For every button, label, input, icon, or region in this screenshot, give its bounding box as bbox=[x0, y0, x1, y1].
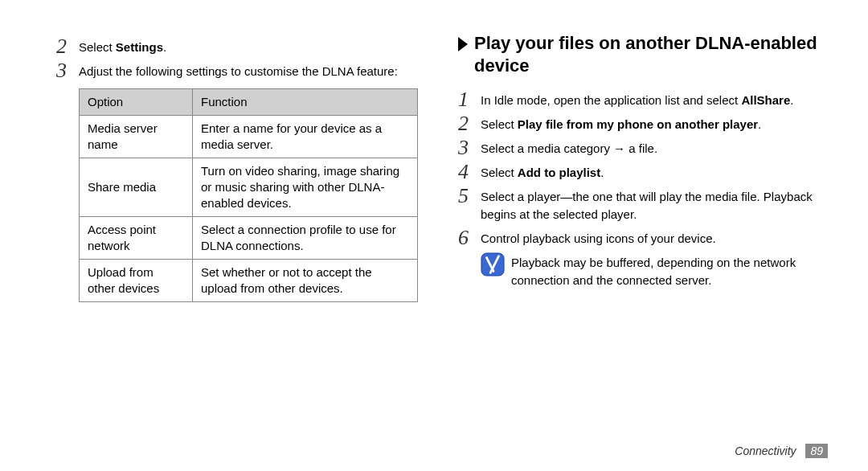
step-number: 2 bbox=[56, 37, 79, 56]
function-cell: Set whether or not to accept the upload … bbox=[193, 260, 418, 302]
option-cell: Upload from other devices bbox=[80, 260, 193, 302]
title-text: Play your files on another DLNA-enabled … bbox=[474, 32, 820, 77]
table-row: Share media Turn on video sharing, image… bbox=[80, 158, 418, 217]
section-title: Play your files on another DLNA-enabled … bbox=[458, 32, 820, 77]
step-text: Control playback using icons of your dev… bbox=[481, 228, 716, 248]
step-4r: 4 Select Add to playlist. bbox=[458, 162, 820, 182]
chevron-right-icon bbox=[458, 37, 468, 51]
function-cell: Select a connection profile to use for D… bbox=[193, 217, 418, 260]
note-text: Playback may be buffered, depending on t… bbox=[511, 252, 820, 289]
step-text: Select Play file from my phone on anothe… bbox=[481, 114, 761, 133]
page: 2 Select Settings. 3 Adjust the followin… bbox=[0, 0, 868, 471]
step-number: 3 bbox=[458, 138, 481, 158]
step-text: Select a player—the one that will play t… bbox=[481, 186, 820, 223]
step-number: 3 bbox=[56, 61, 79, 80]
step-6r: 6 Control playback using icons of your d… bbox=[458, 228, 820, 248]
step-number: 2 bbox=[458, 114, 481, 133]
table-row: Media server name Enter a name for your … bbox=[80, 116, 418, 158]
left-column: 2 Select Settings. 3 Adjust the followin… bbox=[48, 32, 442, 455]
note-icon bbox=[481, 252, 505, 276]
step-3: 3 Adjust the following settings to custo… bbox=[56, 61, 418, 80]
step-text: Select a media category → a file. bbox=[481, 138, 657, 158]
option-cell: Share media bbox=[80, 158, 193, 217]
step-text: Select Settings. bbox=[79, 37, 166, 56]
function-cell: Turn on video sharing, image sharing or … bbox=[193, 158, 418, 217]
step-number: 6 bbox=[458, 228, 481, 248]
table-row: Access point network Select a connection… bbox=[80, 217, 418, 260]
table-row: Upload from other devices Set whether or… bbox=[80, 260, 418, 302]
step-number: 5 bbox=[458, 186, 481, 206]
footer-page-number: 89 bbox=[805, 444, 828, 458]
step-text: In Idle mode, open the application list … bbox=[481, 90, 793, 109]
step-number: 1 bbox=[458, 90, 481, 109]
footer-chapter: Connectivity bbox=[735, 444, 796, 457]
header-option: Option bbox=[80, 89, 193, 116]
step-2: 2 Select Settings. bbox=[56, 37, 418, 56]
header-function: Function bbox=[193, 89, 418, 116]
option-cell: Access point network bbox=[80, 217, 193, 260]
step-1: 1 In Idle mode, open the application lis… bbox=[458, 90, 820, 109]
option-cell: Media server name bbox=[80, 116, 193, 158]
note: Playback may be buffered, depending on t… bbox=[458, 252, 820, 289]
right-column: Play your files on another DLNA-enabled … bbox=[442, 32, 828, 455]
table-wrapper: Option Function Media server name Enter … bbox=[56, 88, 418, 302]
step-number: 4 bbox=[458, 162, 481, 182]
function-cell: Enter a name for your device as a media … bbox=[193, 116, 418, 158]
step-text: Adjust the following settings to customi… bbox=[79, 61, 398, 80]
step-5r: 5 Select a player—the one that will play… bbox=[458, 186, 820, 223]
step-3r: 3 Select a media category → a file. bbox=[458, 138, 820, 158]
options-table: Option Function Media server name Enter … bbox=[79, 88, 418, 302]
step-2r: 2 Select Play file from my phone on anot… bbox=[458, 114, 820, 133]
step-text: Select Add to playlist. bbox=[481, 162, 604, 182]
footer: Connectivity 89 bbox=[735, 444, 828, 458]
svg-rect-0 bbox=[481, 253, 504, 276]
table-header-row: Option Function bbox=[80, 89, 418, 116]
